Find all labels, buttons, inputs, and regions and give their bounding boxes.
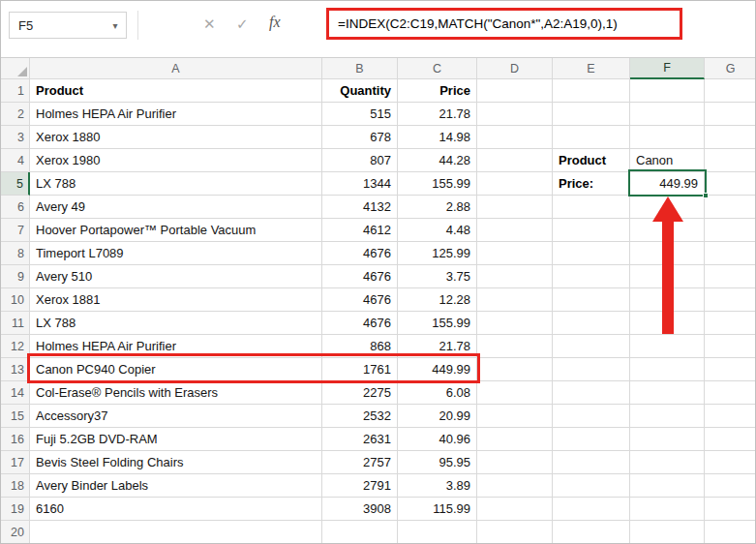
cell-G1[interactable] <box>705 79 756 103</box>
cell-G6[interactable] <box>705 196 756 219</box>
select-all-button[interactable] <box>1 58 30 79</box>
cell-A11[interactable]: LX 788 <box>30 312 322 335</box>
cell-D16[interactable] <box>477 428 553 451</box>
cell-G9[interactable] <box>705 265 756 288</box>
cell-D17[interactable] <box>477 451 553 474</box>
cell-E15[interactable] <box>553 405 630 428</box>
cell-G11[interactable] <box>705 312 756 335</box>
row-header-15[interactable]: 15 <box>1 405 30 428</box>
cell-D18[interactable] <box>477 474 553 498</box>
cell-C10[interactable]: 12.28 <box>398 288 477 312</box>
cell-A9[interactable]: Avery 510 <box>30 265 322 288</box>
cell-G12[interactable] <box>705 335 756 358</box>
cell-C16[interactable]: 40.96 <box>398 428 477 451</box>
cell-C4[interactable]: 44.28 <box>398 149 477 172</box>
row-header-7[interactable]: 7 <box>1 219 30 242</box>
row-header-6[interactable]: 6 <box>1 196 30 219</box>
cell-D6[interactable] <box>477 196 553 219</box>
cell-G19[interactable] <box>705 498 756 521</box>
column-header-A[interactable]: A <box>30 58 322 79</box>
cell-E3[interactable] <box>553 126 630 149</box>
cell-B18[interactable]: 2791 <box>322 474 398 498</box>
cell-G14[interactable] <box>705 381 756 405</box>
insert-function-icon[interactable]: fx <box>269 14 281 31</box>
cell-B3[interactable]: 678 <box>322 126 398 149</box>
cell-E4[interactable]: Product <box>553 149 630 172</box>
cell-E12[interactable] <box>553 335 630 358</box>
row-header-19[interactable]: 19 <box>1 498 30 521</box>
cell-B5[interactable]: 1344 <box>322 172 398 196</box>
cell-D4[interactable] <box>477 149 553 172</box>
cell-E5[interactable]: Price: <box>553 172 630 196</box>
cell-F19[interactable] <box>630 498 705 521</box>
cell-D19[interactable] <box>477 498 553 521</box>
cell-C11[interactable]: 155.99 <box>398 312 477 335</box>
cell-B11[interactable]: 4676 <box>322 312 398 335</box>
cell-A17[interactable]: Bevis Steel Folding Chairs <box>30 451 322 474</box>
cell-A6[interactable]: Avery 49 <box>30 196 322 219</box>
cell-G17[interactable] <box>705 451 756 474</box>
cell-F16[interactable] <box>630 428 705 451</box>
cell-D11[interactable] <box>477 312 553 335</box>
cell-C6[interactable]: 2.88 <box>398 196 477 219</box>
cell-B9[interactable]: 4676 <box>322 265 398 288</box>
cell-D13[interactable] <box>477 358 553 381</box>
cell-B16[interactable]: 2631 <box>322 428 398 451</box>
cell-B19[interactable]: 3908 <box>322 498 398 521</box>
cell-B7[interactable]: 4612 <box>322 219 398 242</box>
cell-D3[interactable] <box>477 126 553 149</box>
cell-A16[interactable]: Fuji 5.2GB DVD-RAM <box>30 428 322 451</box>
cell-E16[interactable] <box>553 428 630 451</box>
cell-A3[interactable]: Xerox 1880 <box>30 126 322 149</box>
column-header-B[interactable]: B <box>322 58 398 79</box>
cell-G18[interactable] <box>705 474 756 498</box>
column-header-G[interactable]: G <box>705 58 756 79</box>
cell-A4[interactable]: Xerox 1980 <box>30 149 322 172</box>
row-header-12[interactable]: 12 <box>1 335 30 358</box>
enter-icon[interactable]: ✓ <box>236 15 249 33</box>
cell-G15[interactable] <box>705 405 756 428</box>
cell-E14[interactable] <box>553 381 630 405</box>
cell-E13[interactable] <box>553 358 630 381</box>
row-header-17[interactable]: 17 <box>1 451 30 474</box>
row-header-20[interactable]: 20 <box>1 521 30 544</box>
cell-C1[interactable]: Price <box>398 79 477 103</box>
cell-F3[interactable] <box>630 126 705 149</box>
cell-F2[interactable] <box>630 103 705 126</box>
cell-A10[interactable]: Xerox 1881 <box>30 288 322 312</box>
cell-C3[interactable]: 14.98 <box>398 126 477 149</box>
cell-G20[interactable] <box>705 521 756 544</box>
cell-G2[interactable] <box>705 103 756 126</box>
cell-G7[interactable] <box>705 219 756 242</box>
cell-D15[interactable] <box>477 405 553 428</box>
cell-B14[interactable]: 2275 <box>322 381 398 405</box>
row-header-3[interactable]: 3 <box>1 126 30 149</box>
cell-G5[interactable] <box>705 172 756 196</box>
cell-F15[interactable] <box>630 405 705 428</box>
row-header-13[interactable]: 13 <box>1 358 30 381</box>
column-header-D[interactable]: D <box>477 58 553 79</box>
formula-input[interactable]: =INDEX(C2:C19,MATCH("Canon*",A2:A19,0),1… <box>329 16 618 31</box>
cell-A14[interactable]: Col-Erase® Pencils with Erasers <box>30 381 322 405</box>
cell-A2[interactable]: Holmes HEPA Air Purifier <box>30 103 322 126</box>
cell-C8[interactable]: 125.99 <box>398 242 477 265</box>
cell-E8[interactable] <box>553 242 630 265</box>
cell-A15[interactable]: Accessory37 <box>30 405 322 428</box>
cell-E6[interactable] <box>553 196 630 219</box>
cell-F12[interactable] <box>630 335 705 358</box>
cell-F14[interactable] <box>630 381 705 405</box>
cell-C15[interactable]: 20.99 <box>398 405 477 428</box>
cell-C17[interactable]: 95.95 <box>398 451 477 474</box>
cell-C18[interactable]: 3.89 <box>398 474 477 498</box>
cell-A7[interactable]: Hoover Portapower™ Portable Vacuum <box>30 219 322 242</box>
cell-A19[interactable]: 6160 <box>30 498 322 521</box>
cell-A1[interactable]: Product <box>30 79 322 103</box>
cell-F20[interactable] <box>630 521 705 544</box>
cell-B6[interactable]: 4132 <box>322 196 398 219</box>
cell-C2[interactable]: 21.78 <box>398 103 477 126</box>
cancel-icon[interactable]: ✕ <box>203 15 216 33</box>
cell-D10[interactable] <box>477 288 553 312</box>
row-header-2[interactable]: 2 <box>1 103 30 126</box>
row-header-4[interactable]: 4 <box>1 149 30 172</box>
row-header-16[interactable]: 16 <box>1 428 30 451</box>
